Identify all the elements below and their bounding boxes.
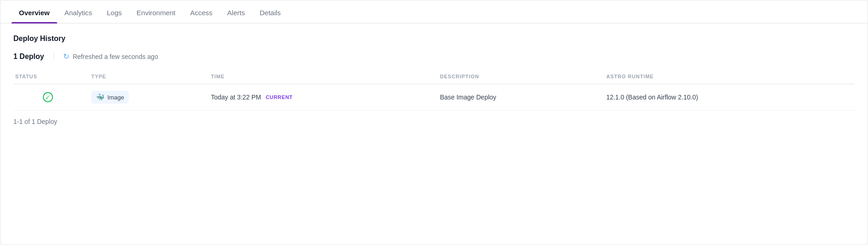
col-status: STATUS [13,70,86,84]
tab-access[interactable]: Access [183,0,220,23]
content-area: Deploy History 1 Deploy ↻ Refreshed a fe… [0,23,868,245]
cell-time: Today at 3:22 PM CURRENT [206,84,435,111]
tab-logs[interactable]: Logs [100,0,130,23]
cell-type: 🐳 Image [86,84,205,111]
tab-environment[interactable]: Environment [129,0,183,23]
cell-status: ✓ [13,84,86,111]
type-label: Image [107,94,124,101]
cell-astro-runtime: 12.1.0 (Based on Airflow 2.10.0) [601,84,855,111]
col-astro-runtime: ASTRO RUNTIME [601,70,855,84]
tab-alerts[interactable]: Alerts [220,0,252,23]
type-badge: 🐳 Image [91,91,129,104]
tab-details[interactable]: Details [252,0,288,23]
deploy-time: Today at 3:22 PM [211,93,261,101]
tab-overview[interactable]: Overview [12,0,57,23]
table-header-row: STATUS TYPE TIME DESCRIPTION ASTRO RUNTI… [13,70,855,84]
tab-analytics[interactable]: Analytics [57,0,100,23]
cell-description: Base Image Deploy [434,84,601,111]
refresh-row: ↻ Refreshed a few seconds ago [54,52,158,61]
main-container: Overview Analytics Logs Environment Acce… [0,0,868,245]
col-type: TYPE [86,70,205,84]
refresh-text: Refreshed a few seconds ago [73,53,158,60]
deploy-table: STATUS TYPE TIME DESCRIPTION ASTRO RUNTI… [13,70,855,111]
col-time: TIME [206,70,435,84]
deploy-count: 1 Deploy [13,52,54,61]
time-cell: Today at 3:22 PM CURRENT [211,93,429,101]
current-badge: CURRENT [266,94,292,100]
status-icon: ✓ [15,92,80,102]
table-row[interactable]: ✓ 🐳 Image Today at 3:22 PM CURRENT [13,84,855,111]
col-description: DESCRIPTION [434,70,601,84]
tab-bar: Overview Analytics Logs Environment Acce… [0,0,868,23]
check-circle-icon: ✓ [43,92,53,102]
section-title: Deploy History [13,35,855,43]
docker-icon: 🐳 [96,93,105,101]
refresh-icon[interactable]: ↻ [63,52,69,61]
deploy-header: 1 Deploy ↻ Refreshed a few seconds ago [13,52,855,61]
table-footer: 1-1 of 1 Deploy [13,118,855,125]
